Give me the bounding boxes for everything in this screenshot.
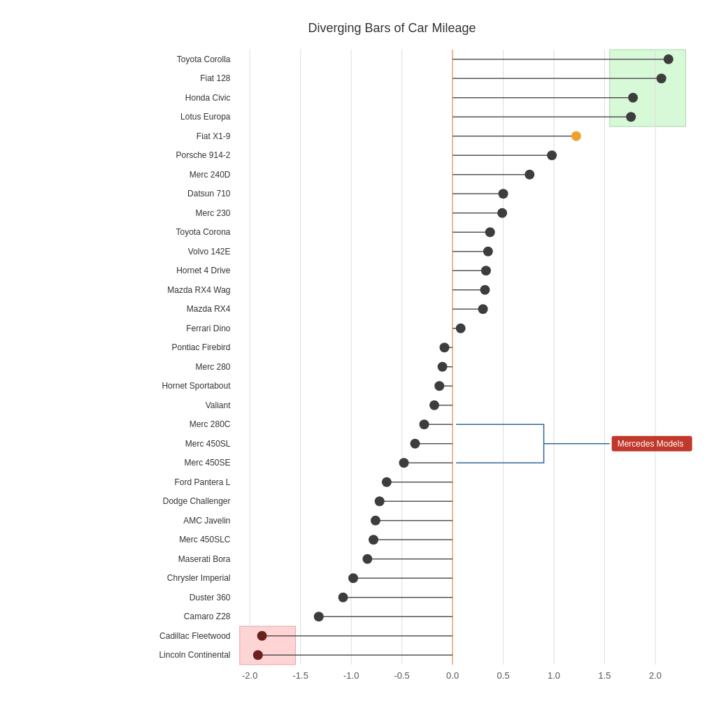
svg-point-79 bbox=[429, 400, 439, 410]
svg-text:2.0: 2.0 bbox=[649, 670, 662, 681]
svg-point-106 bbox=[348, 573, 358, 583]
svg-rect-0 bbox=[610, 50, 686, 127]
svg-text:Maserati Bora: Maserati Bora bbox=[178, 554, 231, 564]
svg-point-55 bbox=[483, 247, 493, 257]
svg-text:Toyota Corolla: Toyota Corolla bbox=[177, 55, 231, 64]
svg-point-112 bbox=[314, 612, 324, 621]
svg-point-97 bbox=[371, 516, 380, 526]
svg-point-82 bbox=[420, 419, 429, 429]
svg-text:1.0: 1.0 bbox=[548, 670, 560, 681]
svg-text:0.5: 0.5 bbox=[497, 670, 510, 681]
svg-text:Hornet Sportabout: Hornet Sportabout bbox=[162, 381, 231, 391]
svg-text:Honda Civic: Honda Civic bbox=[185, 93, 231, 103]
svg-text:Mercedes Models: Mercedes Models bbox=[618, 439, 684, 449]
svg-point-61 bbox=[480, 285, 490, 295]
svg-text:Lincoln Continental: Lincoln Continental bbox=[159, 650, 230, 660]
svg-point-67 bbox=[456, 324, 466, 333]
svg-point-85 bbox=[411, 439, 420, 449]
svg-text:Volvo 142E: Volvo 142E bbox=[188, 247, 231, 257]
svg-text:-2.0: -2.0 bbox=[242, 670, 257, 681]
svg-point-118 bbox=[253, 650, 263, 660]
svg-text:Valiant: Valiant bbox=[206, 400, 231, 410]
svg-point-40 bbox=[547, 150, 557, 160]
svg-text:Ferrari Dino: Ferrari Dino bbox=[186, 324, 231, 333]
svg-text:Camaro Z28: Camaro Z28 bbox=[184, 612, 231, 621]
svg-text:-1.5: -1.5 bbox=[293, 670, 308, 681]
svg-point-49 bbox=[497, 208, 507, 218]
svg-point-28 bbox=[657, 73, 666, 83]
svg-text:Cadillac Fleetwood: Cadillac Fleetwood bbox=[159, 631, 230, 641]
svg-text:-0.5: -0.5 bbox=[394, 670, 409, 681]
svg-text:Mazda RX4: Mazda RX4 bbox=[187, 304, 231, 314]
svg-text:Toyota Corona: Toyota Corona bbox=[176, 227, 230, 237]
svg-text:Merc 450SE: Merc 450SE bbox=[184, 458, 230, 468]
svg-text:1.5: 1.5 bbox=[599, 670, 611, 681]
svg-text:Mazda RX4 Wag: Mazda RX4 Wag bbox=[167, 285, 230, 295]
svg-point-91 bbox=[382, 477, 392, 487]
svg-rect-1 bbox=[240, 626, 296, 665]
svg-point-76 bbox=[434, 381, 444, 391]
svg-text:Ford Pantera L: Ford Pantera L bbox=[174, 477, 230, 487]
svg-point-94 bbox=[375, 496, 385, 506]
svg-point-64 bbox=[478, 304, 488, 314]
svg-text:Porsche 914-2: Porsche 914-2 bbox=[176, 150, 230, 160]
svg-text:Fiat X1-9: Fiat X1-9 bbox=[197, 131, 231, 141]
svg-point-88 bbox=[399, 458, 409, 468]
svg-point-34 bbox=[626, 112, 636, 122]
svg-point-25 bbox=[664, 55, 673, 64]
svg-text:Hornet 4 Drive: Hornet 4 Drive bbox=[176, 266, 231, 275]
chart-container: Diverging Bars of Car Mileage -2.0-1.5-1… bbox=[0, 0, 728, 715]
svg-point-37 bbox=[571, 131, 581, 141]
svg-point-73 bbox=[438, 362, 448, 372]
svg-text:Merc 450SLC: Merc 450SLC bbox=[179, 535, 231, 544]
svg-text:-1.0: -1.0 bbox=[343, 670, 359, 681]
svg-point-58 bbox=[481, 266, 491, 275]
svg-text:Lotus Europa: Lotus Europa bbox=[180, 112, 231, 122]
svg-text:Pontiac Firebird: Pontiac Firebird bbox=[171, 342, 230, 352]
svg-point-103 bbox=[362, 554, 372, 564]
svg-text:Merc 280: Merc 280 bbox=[195, 362, 230, 372]
chart-title: Diverging Bars of Car Mileage bbox=[84, 21, 700, 36]
svg-text:AMC Javelin: AMC Javelin bbox=[183, 516, 230, 526]
svg-text:Duster 360: Duster 360 bbox=[190, 593, 231, 602]
svg-point-52 bbox=[485, 227, 495, 237]
svg-text:Fiat 128: Fiat 128 bbox=[200, 73, 231, 83]
svg-text:Chrysler Imperial: Chrysler Imperial bbox=[167, 573, 231, 583]
svg-text:Dodge Challenger: Dodge Challenger bbox=[163, 496, 231, 506]
main-chart: -2.0-1.5-1.0-0.50.00.51.01.52.0Mercedes … bbox=[126, 43, 700, 693]
svg-text:Merc 280C: Merc 280C bbox=[190, 419, 231, 429]
svg-text:Datsun 710: Datsun 710 bbox=[187, 189, 231, 198]
svg-text:Merc 230: Merc 230 bbox=[195, 208, 230, 218]
svg-text:0.0: 0.0 bbox=[446, 670, 459, 681]
svg-point-115 bbox=[257, 631, 267, 641]
svg-point-109 bbox=[338, 593, 348, 602]
svg-text:Merc 450SL: Merc 450SL bbox=[185, 439, 231, 449]
svg-text:Merc 240D: Merc 240D bbox=[190, 170, 231, 180]
chart-area: -2.0-1.5-1.0-0.50.00.51.01.52.0Mercedes … bbox=[126, 43, 700, 693]
svg-point-31 bbox=[628, 93, 638, 103]
svg-point-43 bbox=[524, 170, 534, 180]
svg-point-70 bbox=[440, 342, 450, 352]
svg-point-46 bbox=[499, 189, 508, 198]
svg-point-100 bbox=[369, 535, 378, 544]
